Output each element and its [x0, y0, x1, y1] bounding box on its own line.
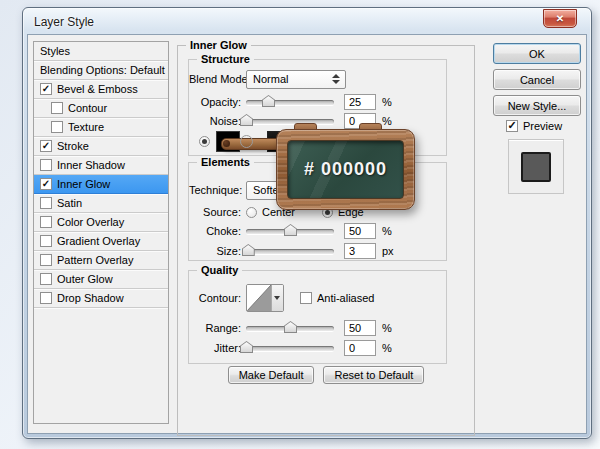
slider-track[interactable] [246, 249, 334, 254]
range-input[interactable] [344, 320, 376, 336]
sidebar-item-label: Bevel & Emboss [57, 83, 138, 95]
sidebar-item-outer-glow[interactable]: Outer Glow [34, 270, 168, 289]
sidebar-item-texture[interactable]: Texture [34, 118, 168, 137]
size-row: Size: px [189, 241, 442, 261]
slider-thumb[interactable] [242, 244, 255, 256]
sidebar-item-inner-shadow[interactable]: Inner Shadow [34, 156, 168, 175]
sidebar-item-label: Blending Options: Default [40, 64, 165, 76]
checked-checkbox-icon[interactable]: ✓ [40, 140, 52, 152]
jitter-label: Jitter: [189, 342, 241, 354]
updown-arrows-icon [332, 73, 340, 85]
noise-slider[interactable] [246, 114, 334, 128]
choke-row: Choke: % [189, 221, 442, 241]
unchecked-checkbox-icon[interactable] [51, 102, 63, 114]
sidebar-item-gradient-overlay[interactable]: Gradient Overlay [34, 232, 168, 251]
title-bar[interactable]: Layer Style ✕ [23, 8, 591, 35]
inner-glow-panel: Inner Glow Structure Blend Mode: Normal … [177, 45, 475, 436]
sidebar-item-satin[interactable]: Satin [34, 194, 168, 213]
anti-aliased-label: Anti-aliased [317, 292, 374, 304]
unchecked-checkbox-icon[interactable] [40, 159, 52, 171]
blend-mode-label: Blend Mode: [189, 73, 241, 85]
sidebar-item-label: Stroke [57, 140, 89, 152]
choke-label: Choke: [189, 225, 241, 237]
anti-aliased-option: Anti-aliased [300, 292, 374, 304]
jitter-input[interactable] [344, 340, 376, 356]
range-slider[interactable] [246, 321, 334, 335]
sidebar-item-bevel-emboss[interactable]: ✓Bevel & Emboss [34, 80, 168, 99]
source-label: Source: [189, 206, 241, 218]
contour-picker[interactable] [246, 284, 284, 312]
unchecked-checkbox-icon[interactable] [40, 292, 52, 304]
unchecked-checkbox-icon[interactable] [40, 254, 52, 266]
range-row: Range: % [189, 318, 442, 338]
sidebar-item-label: Outer Glow [57, 273, 113, 285]
slider-thumb[interactable] [240, 114, 253, 126]
slider-thumb[interactable] [240, 341, 253, 353]
sidebar-item-label: Contour [68, 102, 107, 114]
unchecked-checkbox-icon[interactable] [40, 273, 52, 285]
jitter-slider[interactable] [246, 341, 334, 355]
size-input[interactable] [344, 243, 376, 259]
jitter-unit: % [382, 342, 392, 354]
preview-panel [508, 139, 564, 194]
style-preview-swatch [521, 152, 551, 182]
unchecked-checkbox-icon[interactable] [40, 235, 52, 247]
contour-thumbnail-icon [247, 285, 271, 311]
slider-track[interactable] [246, 100, 334, 105]
sidebar-item-contour[interactable]: Contour [34, 99, 168, 118]
opacity-label: Opacity: [189, 96, 241, 108]
gradient-radio[interactable] [240, 135, 253, 148]
make-default-button[interactable]: Make Default [228, 366, 315, 384]
size-label: Size: [189, 245, 241, 257]
new-style-button[interactable]: New Style... [493, 95, 581, 116]
opacity-input[interactable] [344, 94, 376, 110]
checked-checkbox-icon[interactable]: ✓ [40, 178, 52, 190]
sidebar-item-stroke[interactable]: ✓Stroke [34, 137, 168, 156]
unchecked-checkbox-icon[interactable] [40, 197, 52, 209]
technique-label: Technique: [189, 184, 241, 196]
close-icon: ✕ [556, 13, 564, 24]
source-center-radio[interactable] [246, 207, 257, 218]
slider-track[interactable] [246, 119, 334, 124]
sidebar-item-label: Color Overlay [57, 216, 124, 228]
checked-checkbox-icon[interactable]: ✓ [40, 83, 52, 95]
sidebar-item-inner-glow[interactable]: ✓Inner Glow [34, 175, 168, 194]
window-title: Layer Style [34, 15, 94, 29]
styles-list-items: Blending Options: Default✓Bevel & Emboss… [34, 61, 168, 308]
opacity-row: Opacity: % [189, 92, 442, 112]
preview-option: ✓ Preview [506, 120, 562, 132]
reset-to-default-button[interactable]: Reset to Default [323, 366, 424, 384]
close-button[interactable]: ✕ [543, 9, 577, 28]
slider-thumb[interactable] [284, 321, 297, 333]
choke-slider[interactable] [246, 224, 334, 238]
sidebar-item-label: Inner Shadow [57, 159, 125, 171]
unchecked-checkbox-icon[interactable] [40, 216, 52, 228]
opacity-slider[interactable] [246, 95, 334, 109]
sidebar-item-pattern-overlay[interactable]: Pattern Overlay [34, 251, 168, 270]
cancel-button[interactable]: Cancel [493, 69, 581, 90]
slider-track[interactable] [246, 346, 334, 351]
sidebar-item-label: Satin [57, 197, 82, 209]
styles-header-label: Styles [40, 45, 70, 57]
contour-label: Contour: [189, 292, 241, 304]
sidebar-item-label: Pattern Overlay [57, 254, 133, 266]
ok-button[interactable]: OK [493, 43, 581, 64]
sidebar-item-drop-shadow[interactable]: Drop Shadow [34, 289, 168, 308]
quality-section: Quality Contour: [188, 270, 447, 364]
sidebar-item-color-overlay[interactable]: Color Overlay [34, 213, 168, 232]
slider-thumb[interactable] [262, 95, 275, 107]
anti-aliased-checkbox[interactable] [300, 292, 312, 304]
color-radio[interactable] [199, 136, 210, 147]
range-unit: % [382, 322, 392, 334]
preview-checkbox[interactable]: ✓ [506, 120, 518, 132]
styles-list: Styles Blending Options: Default✓Bevel &… [33, 41, 169, 424]
panel-title: Inner Glow [186, 39, 251, 51]
slider-thumb[interactable] [284, 224, 297, 236]
defaults-button-row: Make Default Reset to Default [178, 366, 474, 384]
unchecked-checkbox-icon[interactable] [51, 121, 63, 133]
sidebar-item-blending-options-default[interactable]: Blending Options: Default [34, 61, 168, 80]
chevron-down-icon[interactable] [271, 285, 283, 311]
size-slider[interactable] [246, 244, 334, 258]
choke-input[interactable] [344, 223, 376, 239]
blend-mode-select[interactable]: Normal [246, 70, 346, 89]
